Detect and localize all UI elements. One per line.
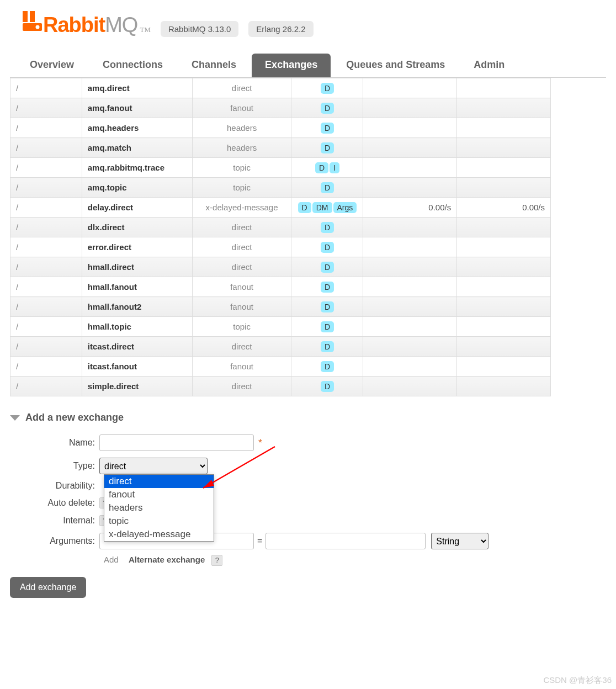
type-cell: topic <box>192 158 291 178</box>
exchange-name-link[interactable]: dlx.direct <box>82 218 192 237</box>
feature-badge: D <box>321 142 334 153</box>
exchange-name-link[interactable]: delay.direct <box>82 198 192 218</box>
logo-tm: TM <box>140 25 151 34</box>
exchange-name-link[interactable]: error.direct <box>82 237 192 257</box>
exchange-name-link[interactable]: hmall.fanout2 <box>82 297 192 317</box>
rate-out-cell <box>457 158 551 178</box>
type-dropdown-listbox[interactable]: directfanoutheaderstopicx-delayed-messag… <box>104 474 214 542</box>
exchange-name-link[interactable]: amq.fanout <box>82 98 192 118</box>
rate-out-cell <box>457 118 551 138</box>
type-cell: direct <box>192 257 291 277</box>
rate-out-cell <box>457 178 551 198</box>
tab-overview[interactable]: Overview <box>17 54 87 77</box>
feature-badge: Args <box>333 202 357 213</box>
feature-badge: D <box>298 202 311 213</box>
exchange-name-link[interactable]: itcast.direct <box>82 337 192 357</box>
feature-badge: D <box>321 361 334 372</box>
features-cell: DDMArgs <box>291 198 363 218</box>
label-name: Name: <box>10 438 99 448</box>
feature-badge: D <box>321 282 334 293</box>
rate-out-cell <box>457 357 551 377</box>
tab-connections[interactable]: Connections <box>89 54 176 77</box>
argument-type-select[interactable]: String <box>431 533 488 549</box>
exchange-name-link[interactable]: hmall.fanout <box>82 277 192 297</box>
type-cell: x-delayed-message <box>192 198 291 218</box>
logo[interactable]: Rabbit MQ TM <box>21 10 151 37</box>
table-row: /amq.headersheadersD <box>10 118 551 138</box>
type-cell: fanout <box>192 277 291 297</box>
rate-out-cell <box>457 98 551 118</box>
features-cell: D <box>291 218 363 237</box>
feature-badge: D <box>321 301 334 312</box>
add-exchange-form: Name: * Type: direct directfanoutheaders… <box>10 434 606 598</box>
table-row: /amq.fanoutfanoutD <box>10 98 551 118</box>
rate-in-cell <box>363 118 457 138</box>
tab-channels[interactable]: Channels <box>178 54 249 77</box>
vhost-cell: / <box>10 158 82 178</box>
type-cell: direct <box>192 78 291 98</box>
rate-in-cell <box>363 78 457 98</box>
tab-exchanges[interactable]: Exchanges <box>252 54 331 77</box>
feature-badge: D <box>321 222 334 233</box>
feature-badge: D <box>321 341 334 352</box>
features-cell: D <box>291 277 363 297</box>
rate-in-cell <box>363 297 457 317</box>
type-option[interactable]: topic <box>104 515 214 528</box>
help-alternate-exchange[interactable]: ? <box>211 555 222 566</box>
exchange-name-link[interactable]: itcast.fanout <box>82 357 192 377</box>
hint-alternate-exchange[interactable]: Alternate exchange <box>129 555 205 564</box>
features-cell: D <box>291 257 363 277</box>
exchange-name-link[interactable]: simple.direct <box>82 377 192 396</box>
add-exchange-toggle[interactable]: Add a new exchange <box>10 412 606 423</box>
rate-in-cell <box>363 158 457 178</box>
label-internal: Internal: <box>10 516 99 526</box>
vhost-cell: / <box>10 377 82 396</box>
table-row: /hmall.fanoutfanoutD <box>10 277 551 297</box>
type-option[interactable]: fanout <box>104 488 214 501</box>
vhost-cell: / <box>10 337 82 357</box>
label-type: Type: <box>10 461 99 471</box>
vhost-cell: / <box>10 138 82 158</box>
type-option[interactable]: x-delayed-message <box>104 528 214 541</box>
type-cell: headers <box>192 118 291 138</box>
argument-value-input[interactable] <box>265 533 426 549</box>
exchange-name-link[interactable]: amq.headers <box>82 118 192 138</box>
add-exchange-button[interactable]: Add exchange <box>10 577 86 598</box>
type-select[interactable]: direct <box>99 458 208 474</box>
table-row: /itcast.directdirectD <box>10 337 551 357</box>
exchange-name-link[interactable]: amq.match <box>82 138 192 158</box>
tab-queues[interactable]: Queues and Streams <box>333 54 458 77</box>
type-cell: direct <box>192 337 291 357</box>
table-row: /amq.topictopicD <box>10 178 551 198</box>
name-input[interactable] <box>99 434 254 451</box>
exchange-name-link[interactable]: hmall.direct <box>82 257 192 277</box>
features-cell: D <box>291 78 363 98</box>
features-cell: D <box>291 178 363 198</box>
feature-badge: DM <box>312 202 332 213</box>
type-option[interactable]: direct <box>104 475 214 488</box>
exchange-name-link[interactable]: amq.rabbitmq.trace <box>82 158 192 178</box>
exchange-name-link[interactable]: amq.topic <box>82 178 192 198</box>
rate-out-cell <box>457 277 551 297</box>
exchange-name-link[interactable]: amq.direct <box>82 78 192 98</box>
hint-add: Add <box>104 555 119 564</box>
features-cell: D <box>291 377 363 396</box>
table-row: /hmall.topictopicD <box>10 317 551 337</box>
erlang-version-pill: Erlang 26.2.2 <box>248 21 313 37</box>
type-option[interactable]: headers <box>104 501 214 515</box>
tab-admin[interactable]: Admin <box>460 54 518 77</box>
feature-badge: I <box>330 162 339 173</box>
rate-in-cell <box>363 138 457 158</box>
label-arguments: Arguments: <box>10 536 99 546</box>
table-row: /itcast.fanoutfanoutD <box>10 357 551 377</box>
vhost-cell: / <box>10 317 82 337</box>
type-cell: fanout <box>192 297 291 317</box>
exchange-name-link[interactable]: hmall.topic <box>82 317 192 337</box>
section-title: Add a new exchange <box>25 412 124 423</box>
equals-sign: = <box>257 536 262 546</box>
table-row: /amq.matchheadersD <box>10 138 551 158</box>
table-row: /hmall.fanout2fanoutD <box>10 297 551 317</box>
rate-in-cell <box>363 277 457 297</box>
logo-icon <box>21 10 43 34</box>
vhost-cell: / <box>10 218 82 237</box>
